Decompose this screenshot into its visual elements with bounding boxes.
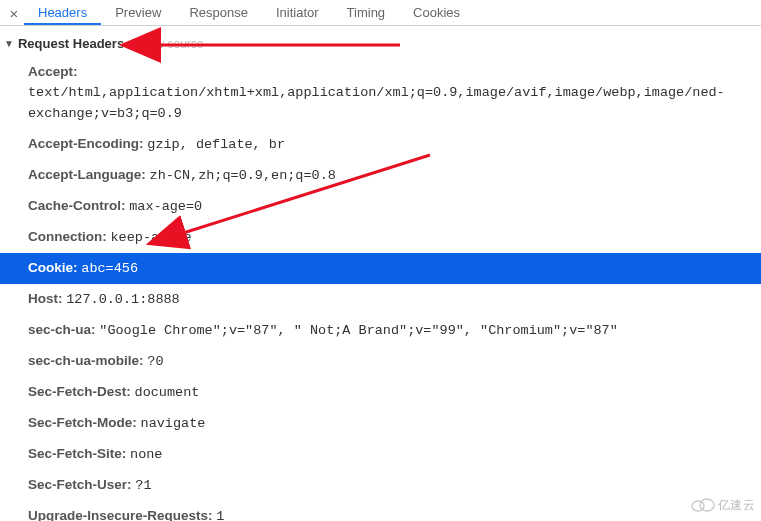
- header-row[interactable]: Accept: text/html,application/xhtml+xml,…: [28, 57, 761, 129]
- header-row[interactable]: Cache-Control: max-age=0: [28, 191, 761, 222]
- tab-cookies[interactable]: Cookies: [399, 1, 474, 24]
- headers-list: Accept: text/html,application/xhtml+xml,…: [0, 57, 761, 521]
- header-name: Accept-Encoding:: [28, 136, 144, 151]
- header-name: Sec-Fetch-Site:: [28, 446, 126, 461]
- tab-headers[interactable]: Headers: [24, 1, 101, 25]
- header-name: Accept:: [28, 64, 78, 79]
- header-row[interactable]: Sec-Fetch-Mode: navigate: [28, 408, 761, 439]
- watermark: 亿速云: [690, 496, 756, 515]
- header-row[interactable]: Sec-Fetch-Site: none: [28, 439, 761, 470]
- header-name: Connection:: [28, 229, 107, 244]
- header-name: sec-ch-ua:: [28, 322, 96, 337]
- devtools-tabs: × Headers Preview Response Initiator Tim…: [0, 0, 761, 26]
- header-name: Host:: [28, 291, 63, 306]
- header-row[interactable]: Host: 127.0.0.1:8888: [28, 284, 761, 315]
- header-value: none: [130, 447, 162, 462]
- header-row[interactable]: Upgrade-Insecure-Requests: 1: [28, 501, 761, 521]
- header-name: Upgrade-Insecure-Requests:: [28, 508, 213, 521]
- header-row[interactable]: Connection: keep-alive: [28, 222, 761, 253]
- header-name: Sec-Fetch-Dest:: [28, 384, 131, 399]
- tab-timing[interactable]: Timing: [333, 1, 400, 24]
- tab-response[interactable]: Response: [175, 1, 262, 24]
- header-row[interactable]: Accept-Language: zh-CN,zh;q=0.9,en;q=0.8: [28, 160, 761, 191]
- view-source-link[interactable]: view source: [140, 37, 203, 51]
- header-value: document: [135, 385, 200, 400]
- header-name: Accept-Language:: [28, 167, 146, 182]
- header-value: "Google Chrome";v="87", " Not;A Brand";v…: [99, 323, 617, 338]
- header-value: max-age=0: [129, 199, 202, 214]
- tab-initiator[interactable]: Initiator: [262, 1, 333, 24]
- disclosure-triangle-icon[interactable]: ▼: [4, 38, 14, 49]
- header-value: zh-CN,zh;q=0.9,en;q=0.8: [150, 168, 336, 183]
- header-value: keep-alive: [111, 230, 192, 245]
- header-name: Cache-Control:: [28, 198, 126, 213]
- request-headers-section[interactable]: ▼ Request Headers view source: [0, 26, 761, 57]
- header-value: navigate: [141, 416, 206, 431]
- header-value: ?0: [147, 354, 163, 369]
- header-row[interactable]: Sec-Fetch-User: ?1: [28, 470, 761, 501]
- header-name: sec-ch-ua-mobile:: [28, 353, 144, 368]
- header-name: Sec-Fetch-Mode:: [28, 415, 137, 430]
- header-row[interactable]: sec-ch-ua: "Google Chrome";v="87", " Not…: [28, 315, 761, 346]
- tab-preview[interactable]: Preview: [101, 1, 175, 24]
- header-value: abc=456: [81, 261, 138, 276]
- header-value: 127.0.0.1:8888: [66, 292, 179, 307]
- header-name: Cookie:: [28, 260, 78, 275]
- header-row[interactable]: Accept-Encoding: gzip, deflate, br: [28, 129, 761, 160]
- header-value: 1: [216, 509, 224, 521]
- cloud-icon: [690, 496, 716, 515]
- header-value: ?1: [135, 478, 151, 493]
- watermark-text: 亿速云: [718, 498, 756, 512]
- header-name: Sec-Fetch-User:: [28, 477, 132, 492]
- close-icon[interactable]: ×: [4, 4, 24, 21]
- header-value: text/html,application/xhtml+xml,applicat…: [28, 85, 725, 121]
- header-row[interactable]: sec-ch-ua-mobile: ?0: [28, 346, 761, 377]
- header-value: gzip, deflate, br: [147, 137, 285, 152]
- section-title: Request Headers: [18, 36, 124, 51]
- header-row[interactable]: Cookie: abc=456: [0, 253, 761, 284]
- header-row[interactable]: Sec-Fetch-Dest: document: [28, 377, 761, 408]
- svg-point-4: [700, 499, 714, 511]
